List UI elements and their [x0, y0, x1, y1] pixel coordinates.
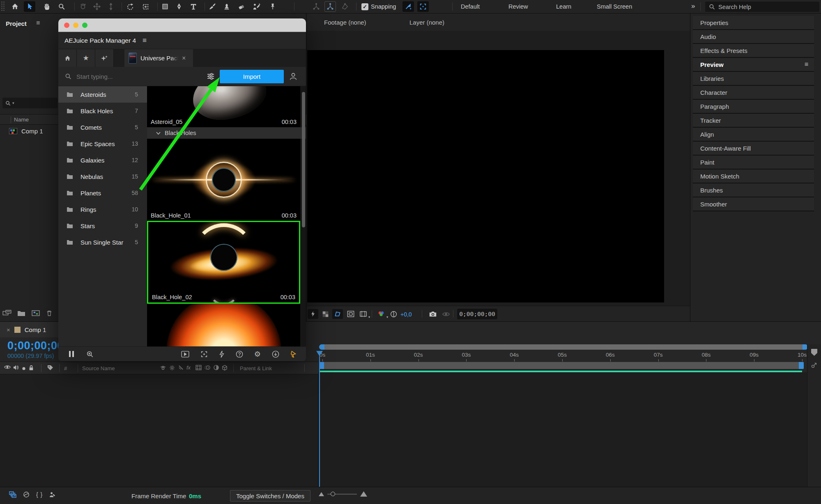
category-item[interactable]: Nebulas15 — [58, 168, 147, 185]
type-tool-icon[interactable] — [188, 1, 199, 12]
timeline-tracks-left[interactable] — [0, 374, 318, 487]
camera-region-tool-icon[interactable] — [140, 1, 151, 12]
dock-panel-tab[interactable]: Libraries≡ — [693, 72, 814, 86]
dock-panel-tab[interactable]: Tracker≡ — [693, 114, 814, 128]
gear-icon[interactable]: ⚙ — [254, 351, 261, 358]
timeline-tracks-right[interactable] — [318, 372, 807, 487]
home-tool-icon[interactable] — [9, 1, 21, 12]
brush-tool-icon[interactable] — [207, 1, 218, 12]
mini-flowchart-icon[interactable] — [9, 491, 16, 498]
aejuice-logo-icon[interactable] — [290, 351, 297, 358]
zoom-in-icon[interactable] — [86, 351, 94, 358]
audio-speaker-icon[interactable] — [13, 365, 19, 370]
close-tab-icon[interactable]: × — [182, 55, 186, 62]
dock-panel-tab[interactable]: Paint≡ — [693, 156, 814, 170]
more-workspaces-chevron[interactable]: » — [691, 2, 694, 10]
navigator-left-handle[interactable] — [319, 344, 324, 350]
toolbar-grip[interactable] — [3, 2, 5, 12]
delete-icon[interactable] — [46, 310, 53, 316]
fit-screen-icon[interactable] — [200, 351, 208, 358]
dock-panel-tab[interactable]: Paragraph≡ — [693, 100, 814, 114]
pause-icon[interactable] — [69, 351, 74, 357]
dolly-camera-tool-icon[interactable] — [105, 1, 117, 12]
zoom-in-mountain-icon[interactable] — [360, 491, 367, 497]
viewer-timecode[interactable]: 0;00;00;00 — [457, 309, 497, 319]
pack-search-input[interactable] — [76, 73, 202, 80]
collapse-icon[interactable] — [169, 365, 175, 371]
toolbar-grip[interactable] — [1, 2, 2, 12]
new-folder-icon[interactable] — [17, 310, 25, 316]
brackets-icon[interactable]: { } — [36, 491, 43, 498]
category-item[interactable]: Galaxies12 — [58, 152, 147, 168]
composition-canvas[interactable] — [307, 50, 664, 302]
exposure-value[interactable]: +0,0 — [400, 311, 412, 318]
new-composition-icon[interactable] — [31, 310, 40, 316]
pan-camera-tool-icon[interactable] — [91, 1, 103, 12]
guides-grid-icon[interactable]: ▾ — [358, 309, 368, 319]
work-area-end-handle[interactable] — [799, 362, 804, 369]
favorites-star-icon[interactable]: ★ — [77, 49, 95, 67]
rotation-tool-icon[interactable] — [124, 1, 136, 12]
project-panel-title[interactable]: Project — [6, 20, 27, 27]
source-name-column-label[interactable]: Source Name — [82, 365, 115, 371]
name-column-label[interactable]: Name — [14, 117, 29, 123]
adjustment-layer-icon[interactable] — [214, 365, 219, 370]
snapping-checkbox[interactable]: ✓ — [361, 3, 368, 10]
import-button[interactable]: Import — [220, 70, 284, 83]
current-timecode[interactable]: 0;00;00;00 — [7, 339, 64, 352]
tab-universe-pack[interactable]: Universe Pack × — [124, 49, 193, 67]
close-icon[interactable]: × — [7, 326, 10, 333]
category-item[interactable]: Sun Single Star5 — [58, 234, 147, 250]
category-item[interactable]: Epic Spaces13 — [58, 135, 147, 152]
puppet-pin-tool-icon[interactable] — [267, 1, 278, 12]
fx-icon[interactable]: fx — [186, 364, 191, 371]
dock-panel-tab[interactable]: Align≡ — [693, 128, 814, 142]
time-ruler[interactable]: 0s01s02s03s04s05s06s07s08s09s10s — [318, 351, 807, 362]
download-icon[interactable] — [272, 351, 279, 358]
toggle-switches-modes-button[interactable]: Toggle Switches / Modes — [230, 490, 310, 502]
navigator-track[interactable] — [319, 344, 808, 350]
dock-panel-tab[interactable]: Brushes≡ — [693, 183, 814, 197]
help-icon[interactable] — [236, 351, 243, 358]
category-item[interactable]: Stars9 — [58, 218, 147, 234]
snap-to-features-icon[interactable] — [402, 1, 414, 12]
panel-menu-icon[interactable]: ≡ — [36, 19, 40, 27]
tab-layer[interactable]: Layer (none) — [409, 19, 444, 26]
timeline-comp-tab[interactable]: × Comp 1 — [0, 322, 66, 337]
work-area-bar[interactable] — [319, 362, 804, 369]
parent-link-column-label[interactable]: Parent & Link — [240, 365, 272, 371]
tab-footage[interactable]: Footage (none) — [324, 19, 366, 26]
dock-panel-tab[interactable]: Effects & Presets≡ — [693, 44, 814, 58]
help-search-input[interactable] — [718, 4, 809, 10]
asset-thumbnail-sun[interactable] — [147, 304, 300, 346]
pen-tool-icon[interactable] — [173, 1, 185, 12]
category-item[interactable]: Planets58 — [58, 185, 147, 201]
playhead-handle[interactable] — [316, 351, 323, 356]
workspace-tab[interactable]: Review — [508, 3, 528, 10]
playhead-line[interactable] — [319, 356, 320, 487]
exposure-icon[interactable] — [388, 309, 399, 319]
channels-icon[interactable]: ▾ — [376, 309, 386, 319]
zoom-tool-icon[interactable] — [56, 1, 67, 12]
dock-panel-tab[interactable]: Preview≡ — [693, 58, 814, 72]
category-item[interactable]: Black Holes7 — [58, 103, 147, 119]
zoom-window-button[interactable] — [82, 23, 87, 28]
dock-panel-tab[interactable]: Properties≡ — [693, 16, 814, 30]
motion-blur-icon[interactable] — [205, 365, 211, 370]
comp-mini-flowchart-icon[interactable] — [811, 362, 818, 368]
asset-thumbnail-black-hole-01[interactable]: Black_Hole_0100:03 — [147, 139, 300, 221]
roto-brush-tool-icon[interactable] — [251, 1, 262, 12]
play-preview-icon[interactable] — [181, 351, 189, 357]
section-header-black-holes[interactable]: Black Holes — [147, 127, 306, 139]
3d-layer-icon[interactable] — [222, 365, 228, 371]
category-item[interactable]: Comets5 — [58, 119, 147, 135]
selection-tool-icon[interactable] — [24, 1, 35, 12]
close-window-button[interactable] — [64, 23, 69, 28]
snap-to-box-icon[interactable] — [417, 1, 429, 12]
region-of-interest-icon[interactable] — [345, 309, 356, 319]
effects-sparkle-icon[interactable] — [95, 49, 114, 67]
panel-menu-icon[interactable]: ≡ — [805, 61, 808, 68]
asset-thumbnail-black-hole-02-selected[interactable]: Black_Hole_0200:03 — [147, 221, 300, 304]
frame-blend-icon[interactable] — [195, 365, 202, 370]
zoom-slider-knob[interactable] — [331, 492, 335, 496]
